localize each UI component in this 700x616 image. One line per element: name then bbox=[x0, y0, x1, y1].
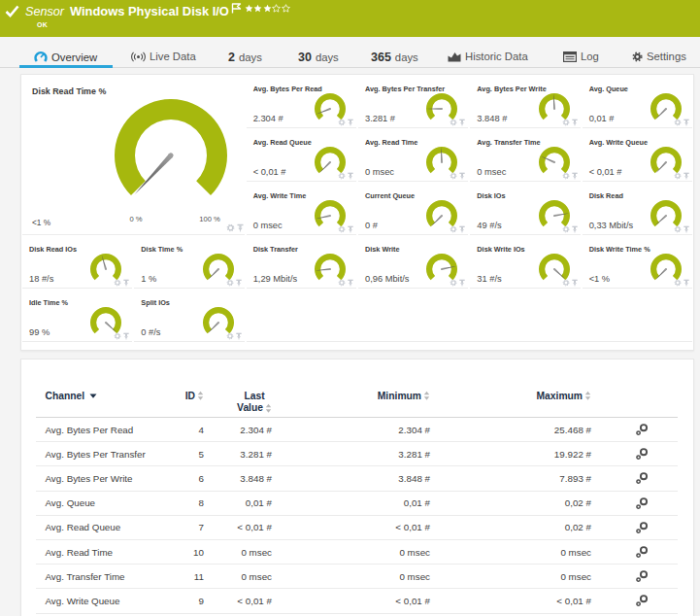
column-header-last-value[interactable]: Last Value bbox=[205, 391, 273, 414]
cell-minimum: 0 msec bbox=[273, 547, 432, 558]
cell-last-value: 2.304 # bbox=[205, 425, 273, 435]
table-row[interactable]: Avg. Queue80,01 #0,01 #0,02 # bbox=[36, 492, 678, 516]
gear-icon[interactable] bbox=[450, 225, 457, 233]
column-header-label: Maximum bbox=[537, 391, 583, 401]
pin-icon[interactable] bbox=[122, 279, 130, 287]
cell-minimum: 0 msec bbox=[273, 571, 432, 582]
channel-settings-icon[interactable] bbox=[635, 521, 649, 534]
star-icon[interactable] bbox=[282, 4, 290, 13]
gear-icon[interactable] bbox=[338, 172, 346, 180]
pin-icon[interactable] bbox=[683, 172, 690, 180]
gear-icon[interactable] bbox=[674, 172, 682, 180]
tab-live-data[interactable]: Live Data bbox=[131, 51, 196, 62]
pin-icon[interactable] bbox=[683, 225, 690, 233]
gauge-label: Disk Time % bbox=[141, 245, 183, 254]
column-header-id[interactable]: ID bbox=[182, 391, 205, 401]
log-icon bbox=[563, 51, 577, 62]
channel-settings-icon[interactable] bbox=[635, 496, 649, 510]
gear-icon[interactable] bbox=[562, 225, 570, 233]
cell-last-value: 0 msec bbox=[205, 547, 273, 558]
pin-icon[interactable] bbox=[458, 172, 466, 180]
gear-icon[interactable] bbox=[450, 119, 457, 126]
table-row[interactable]: Avg. Bytes Per Write63.848 #3.848 #7.893… bbox=[36, 466, 678, 491]
gear-icon[interactable] bbox=[338, 225, 346, 233]
pin-icon[interactable] bbox=[571, 225, 579, 233]
channel-settings-icon[interactable] bbox=[635, 471, 649, 485]
gear-icon[interactable] bbox=[338, 279, 346, 287]
star-icon[interactable] bbox=[272, 4, 281, 13]
gear-icon[interactable] bbox=[674, 119, 682, 126]
table-row[interactable]: Avg. Read Time100 msec0 msec0 msec bbox=[36, 540, 678, 565]
gear-icon[interactable] bbox=[114, 279, 121, 287]
column-header-minimum[interactable]: Minimum bbox=[273, 391, 432, 401]
pin-icon[interactable] bbox=[683, 279, 690, 287]
gear-icon[interactable] bbox=[114, 332, 121, 340]
table-row[interactable]: Avg. Read Queue7< 0,01 #< 0,01 #0,02 # bbox=[36, 516, 678, 540]
column-header-maximum[interactable]: Maximum bbox=[432, 391, 593, 401]
channel-settings-icon[interactable] bbox=[635, 569, 649, 583]
gear-icon[interactable] bbox=[674, 279, 682, 287]
tab-number: 2 bbox=[228, 51, 235, 64]
pin-icon[interactable] bbox=[571, 119, 579, 126]
gear-icon[interactable] bbox=[226, 332, 234, 340]
cell-id: 7 bbox=[182, 522, 205, 532]
gear-icon[interactable] bbox=[226, 279, 234, 287]
gear-icon[interactable] bbox=[226, 223, 235, 232]
flag-icon[interactable] bbox=[231, 3, 242, 14]
gear-icon[interactable] bbox=[562, 279, 570, 287]
tab-log[interactable]: Log bbox=[563, 51, 599, 62]
channel-settings-icon[interactable] bbox=[635, 594, 649, 607]
cell-last-value: 3.848 # bbox=[205, 473, 273, 484]
cell-minimum: < 0,01 # bbox=[273, 522, 432, 532]
tab-days[interactable]: 365days bbox=[371, 51, 418, 64]
gauge-dial bbox=[111, 99, 231, 206]
gear-icon[interactable] bbox=[562, 172, 570, 180]
gauge-label: Disk Transfer bbox=[253, 245, 298, 254]
pin-icon[interactable] bbox=[347, 172, 354, 180]
pin-icon[interactable] bbox=[571, 279, 579, 287]
star-icon[interactable] bbox=[253, 4, 262, 13]
pin-icon[interactable] bbox=[458, 279, 466, 287]
cell-maximum: 0 msec bbox=[432, 547, 593, 558]
pin-icon[interactable] bbox=[347, 119, 354, 126]
pin-icon[interactable] bbox=[458, 119, 466, 126]
check-icon bbox=[5, 5, 19, 17]
table-row[interactable]: Avg. Transfer Time110 msec0 msec0 msec bbox=[36, 565, 678, 589]
tab-overview[interactable]: Overview bbox=[34, 51, 97, 63]
cell-last-value: 0,01 # bbox=[205, 497, 273, 508]
pin-icon[interactable] bbox=[347, 225, 354, 233]
pin-icon[interactable] bbox=[347, 279, 354, 287]
pin-icon[interactable] bbox=[122, 332, 130, 340]
table-row[interactable]: Avg. Bytes Per Transfer53.281 #3.281 #19… bbox=[36, 442, 678, 466]
gauge-value: <1 % bbox=[589, 274, 610, 284]
table-row[interactable]: Avg. Bytes Per Read42.304 #2.304 #25.468… bbox=[36, 418, 678, 442]
star-icon[interactable] bbox=[263, 4, 272, 13]
gear-icon[interactable] bbox=[450, 279, 457, 287]
pin-icon[interactable] bbox=[458, 225, 466, 233]
tab-label: days bbox=[395, 51, 418, 63]
tab-days[interactable]: 30days bbox=[298, 51, 339, 64]
gear-icon[interactable] bbox=[674, 225, 682, 233]
gauge-value: 18 #/s bbox=[29, 274, 53, 284]
priority-stars[interactable] bbox=[245, 4, 290, 13]
pin-icon[interactable] bbox=[235, 279, 243, 287]
tab-settings[interactable]: Settings bbox=[632, 51, 686, 62]
pin-icon[interactable] bbox=[235, 332, 243, 340]
cell-last-value: 3.281 # bbox=[205, 449, 273, 460]
star-icon[interactable] bbox=[245, 4, 253, 13]
column-header-channel[interactable]: Channel bbox=[36, 391, 182, 401]
channel-settings-icon[interactable] bbox=[635, 447, 649, 461]
channel-settings-icon[interactable] bbox=[635, 545, 649, 559]
gauge-value: 31 #/s bbox=[477, 274, 501, 284]
tab-days[interactable]: 2days bbox=[228, 51, 262, 64]
pin-icon[interactable] bbox=[683, 119, 690, 126]
table-row[interactable]: Avg. Write Queue9< 0,01 #< 0,01 #< 0,01 … bbox=[36, 589, 678, 613]
channel-settings-icon[interactable] bbox=[635, 423, 649, 436]
gear-icon[interactable] bbox=[338, 119, 346, 126]
gear-icon[interactable] bbox=[450, 172, 457, 180]
gauge-label: Idle Time % bbox=[29, 298, 68, 307]
gear-icon[interactable] bbox=[562, 119, 570, 126]
pin-icon[interactable] bbox=[571, 172, 579, 180]
pin-icon[interactable] bbox=[236, 223, 245, 232]
tab-historic-data[interactable]: Historic Data bbox=[448, 51, 528, 62]
